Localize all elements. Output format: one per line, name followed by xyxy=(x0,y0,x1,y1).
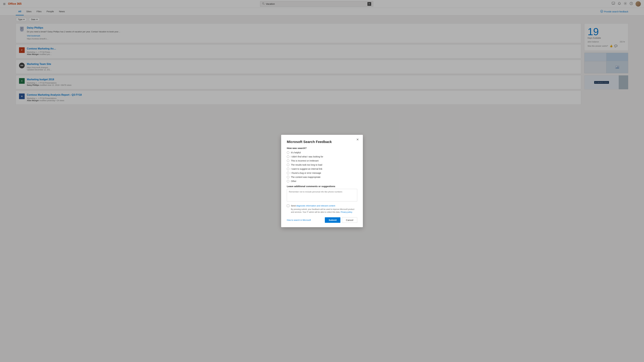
cancel-button[interactable]: Cancel xyxy=(342,217,357,223)
radio-helpful-input[interactable] xyxy=(287,151,289,154)
submit-button[interactable]: Submit xyxy=(325,217,340,223)
radio-not-found-input[interactable] xyxy=(287,156,289,158)
radio-not-found[interactable]: I didn't find what I was looking for xyxy=(287,156,357,158)
modal-section-title: How was search? xyxy=(287,147,357,150)
modal-footer: How to search in Microsoft Submit Cancel xyxy=(287,217,357,223)
radio-incorrect-input[interactable] xyxy=(287,160,289,162)
modal-overlay[interactable]: ✕ Microsoft Search Feedback How was sear… xyxy=(0,0,644,362)
modal-title: Microsoft Search Feedback xyxy=(287,140,357,144)
radio-suggest-link-input[interactable] xyxy=(287,168,289,170)
radio-helpful[interactable]: It's helpful xyxy=(287,151,357,154)
comments-section: Leave additional comments or suggestions xyxy=(287,185,357,202)
footer-buttons: Submit Cancel xyxy=(325,217,357,223)
radio-not-found-label: I didn't find what I was looking for xyxy=(291,156,323,158)
radio-inappropriate-input[interactable] xyxy=(287,176,289,178)
radio-bug-input[interactable] xyxy=(287,172,289,174)
privacy-policy-link[interactable]: Privacy policy. xyxy=(341,211,353,213)
radio-suggest-link-label: I want to suggest an internal link xyxy=(291,168,322,170)
diagnostic-row: Send diagnostic information and relevant… xyxy=(287,204,357,214)
diagnostic-desc: By pressing submit, your feedback will b… xyxy=(291,208,357,214)
diagnostic-text-block: Send diagnostic information and relevant… xyxy=(291,204,357,214)
radio-bug[interactable]: I found a bug or error message xyxy=(287,172,357,174)
radio-incorrect[interactable]: This is incorrect or irrelevant xyxy=(287,160,357,162)
radio-too-slow-label: The results took too long to load xyxy=(291,164,322,166)
radio-incorrect-label: This is incorrect or irrelevant xyxy=(291,160,318,162)
comments-label: Leave additional comments or suggestions xyxy=(287,185,357,188)
diagnostic-text: Send diagnostic information and relevant… xyxy=(291,204,357,208)
how-to-search-link[interactable]: How to search in Microsoft xyxy=(287,219,311,221)
radio-helpful-label: It's helpful xyxy=(291,151,301,154)
radio-too-slow-input[interactable] xyxy=(287,164,289,166)
radio-bug-label: I found a bug or error message xyxy=(291,172,321,174)
radio-other[interactable]: Other xyxy=(287,180,357,182)
modal-close-button[interactable]: ✕ xyxy=(355,137,360,142)
comments-textarea[interactable] xyxy=(287,189,357,202)
radio-suggest-link[interactable]: I want to suggest an internal link xyxy=(287,168,357,170)
radio-inappropriate[interactable]: The content was inappropriate xyxy=(287,176,357,178)
radio-other-input[interactable] xyxy=(287,180,289,182)
diagnostic-checkbox[interactable] xyxy=(287,204,289,207)
feedback-modal: ✕ Microsoft Search Feedback How was sear… xyxy=(281,135,363,227)
radio-other-label: Other xyxy=(291,180,296,182)
radio-inappropriate-label: The content was inappropriate xyxy=(291,176,320,178)
diagnostic-link[interactable]: diagnostic information and relevant cont… xyxy=(296,204,335,207)
radio-too-slow[interactable]: The results took too long to load xyxy=(287,164,357,166)
